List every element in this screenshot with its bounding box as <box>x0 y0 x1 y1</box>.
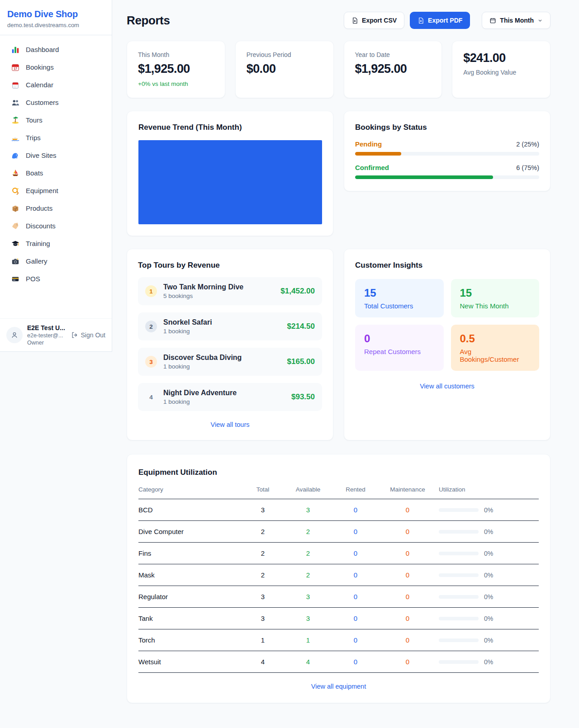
wave-icon <box>11 151 19 160</box>
sidebar-item-trips[interactable]: Trips <box>4 129 108 147</box>
sign-out-button[interactable]: Sign Out <box>71 331 105 339</box>
view-all-customers-link[interactable]: View all customers <box>355 383 539 390</box>
sidebar-item-label: Tours <box>26 116 43 124</box>
utilization-bar <box>439 508 479 512</box>
cell-maintenance: 0 <box>378 521 437 543</box>
charts-row: Revenue Trend (This Month) Bookings by S… <box>127 111 551 236</box>
export-pdf-button[interactable]: Export PDF <box>410 12 470 29</box>
cell-category: Regulator <box>138 586 242 608</box>
cell-available: 2 <box>283 564 333 586</box>
sidebar-nav: Dashboard 17 Bookings Calendar Customers… <box>0 35 112 293</box>
tour-revenue: $93.50 <box>291 392 315 402</box>
column-header: Available <box>283 486 333 499</box>
utilization-label: 0% <box>484 528 493 535</box>
status-value: 6 (75%) <box>516 164 539 171</box>
stat-value: $1,925.00 <box>355 62 431 76</box>
cell-total: 2 <box>242 564 283 586</box>
sidebar-item-calendar[interactable]: Calendar <box>4 76 108 94</box>
top-tours-card: Top Tours by Revenue 1 Two Tank Morning … <box>127 249 333 440</box>
sidebar-item-pos[interactable]: POS <box>4 270 108 288</box>
sidebar-item-label: Products <box>26 204 52 212</box>
people-icon <box>11 98 19 107</box>
svg-text:17: 17 <box>14 67 17 70</box>
sign-out-label: Sign Out <box>81 331 105 339</box>
sidebar-item-discounts[interactable]: Discounts <box>4 217 108 235</box>
column-header: Rented <box>333 486 378 499</box>
cell-available: 3 <box>283 608 333 629</box>
sidebar-item-tours[interactable]: Tours <box>4 111 108 129</box>
view-all-tours-link[interactable]: View all tours <box>138 421 322 428</box>
cell-available: 3 <box>283 499 333 521</box>
sidebar: Demo Dive Shop demo.test.divestreams.com… <box>0 0 112 352</box>
cell-category: Torch <box>138 629 242 651</box>
tour-row[interactable]: 3 Discover Scuba Diving 1 booking $165.0… <box>138 348 322 376</box>
cell-category: Fins <box>138 543 242 564</box>
tour-row[interactable]: 1 Two Tank Morning Dive 5 bookings $1,45… <box>138 277 322 305</box>
sidebar-item-bookings[interactable]: 17 Bookings <box>4 58 108 76</box>
sidebar-item-training[interactable]: Training <box>4 235 108 252</box>
status-row-pending: Pending 2 (25%) <box>355 140 539 156</box>
main-content: Reports Export CSV Export PDF This Month <box>112 0 579 703</box>
sidebar-item-label: Bookings <box>26 63 54 71</box>
stat-value: $241.00 <box>463 51 539 65</box>
tour-row[interactable]: 4 Night Dive Adventure 1 booking $93.50 <box>138 383 322 411</box>
insight-tile-repeat-customers: 0 Repeat Customers <box>355 325 444 371</box>
insight-label: New This Month <box>460 302 531 310</box>
sidebar-item-products[interactable]: Products <box>4 199 108 217</box>
equipment-utilization-title: Equipment Utilization <box>138 468 539 477</box>
cell-total: 2 <box>242 521 283 543</box>
logout-icon <box>71 331 78 339</box>
utilization-label: 0% <box>484 572 493 579</box>
tour-name: Night Dive Adventure <box>163 389 237 397</box>
sidebar-item-boats[interactable]: Boats <box>4 164 108 182</box>
cell-category: BCD <box>138 499 242 521</box>
insight-label: Repeat Customers <box>364 348 435 355</box>
utilization-bar <box>439 530 479 534</box>
tour-revenue: $1,452.00 <box>280 287 315 296</box>
cell-rented: 0 <box>333 521 378 543</box>
table-row: Tank 3 3 0 0 0% <box>138 608 539 629</box>
calendar-date-icon: 17 <box>11 63 19 71</box>
sidebar-item-dive-sites[interactable]: Dive Sites <box>4 147 108 164</box>
sidebar-item-gallery[interactable]: Gallery <box>4 252 108 270</box>
stat-card-avg-booking-value: $241.00 Avg Booking Value <box>452 41 551 98</box>
table-header-row: Category Total Available Rented Maintena… <box>138 486 539 499</box>
cell-maintenance: 0 <box>378 608 437 629</box>
sidebar-item-dashboard[interactable]: Dashboard <box>4 41 108 58</box>
insight-value: 15 <box>364 287 435 299</box>
cell-maintenance: 0 <box>378 651 437 673</box>
cell-rented: 0 <box>333 629 378 651</box>
utilization-label: 0% <box>484 506 493 514</box>
view-all-equipment-link[interactable]: View all equipment <box>138 683 539 690</box>
status-label: Pending <box>355 140 382 148</box>
cell-maintenance: 0 <box>378 543 437 564</box>
progress-track <box>355 152 539 156</box>
sidebar-item-label: Gallery <box>26 257 47 265</box>
tour-row[interactable]: 2 Snorkel Safari 1 booking $214.50 <box>138 312 322 340</box>
lists-row: Top Tours by Revenue 1 Two Tank Morning … <box>127 249 551 440</box>
user-name: E2E Test U... <box>27 324 65 331</box>
stat-value: $0.00 <box>247 62 323 76</box>
table-row: BCD 3 3 0 0 0% <box>138 499 539 521</box>
sidebar-item-customers[interactable]: Customers <box>4 94 108 111</box>
export-csv-button[interactable]: Export CSV <box>344 12 404 29</box>
column-header: Maintenance <box>378 486 437 499</box>
stat-card-year-to-date: Year to Date $1,925.00 <box>344 41 442 98</box>
insight-label: Total Customers <box>364 302 435 310</box>
sidebar-user-footer: E2E Test U... e2e-tester@... Owner Sign … <box>0 318 112 351</box>
chevron-down-icon <box>537 18 543 23</box>
top-tours-title: Top Tours by Revenue <box>138 261 322 270</box>
tour-bookings: 1 booking <box>163 363 242 370</box>
cell-total: 2 <box>242 543 283 564</box>
period-dropdown[interactable]: This Month <box>482 12 551 29</box>
camera-icon <box>11 257 19 265</box>
stat-change: +0% vs last month <box>138 80 214 87</box>
sidebar-item-equipment[interactable]: Equipment <box>4 182 108 199</box>
export-pdf-label: Export PDF <box>428 17 462 24</box>
stats-row: This Month $1,925.00 +0% vs last month P… <box>127 41 551 98</box>
cell-available: 2 <box>283 521 333 543</box>
cell-rented: 0 <box>333 586 378 608</box>
equipment-utilization-card: Equipment Utilization Category Total Ava… <box>127 454 551 703</box>
sidebar-item-label: Training <box>26 240 50 247</box>
utilization-label: 0% <box>484 658 493 666</box>
